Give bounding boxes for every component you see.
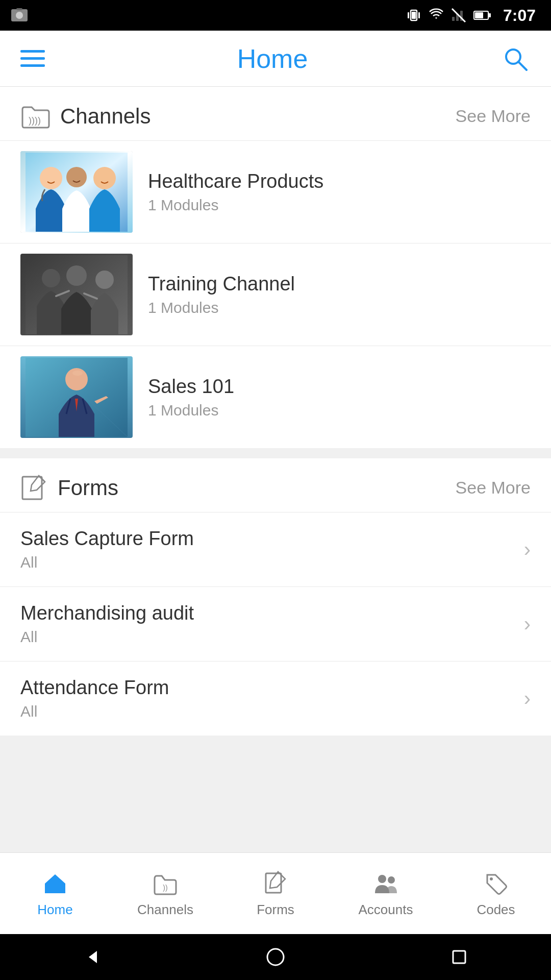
channel-item[interactable]: Sales 101 1 Modules <box>0 346 551 448</box>
chevron-right-icon: › <box>524 687 531 710</box>
photo-icon <box>10 6 29 24</box>
forms-icon <box>20 474 48 502</box>
svg-point-35 <box>378 875 386 883</box>
channels-see-more[interactable]: See More <box>456 106 531 126</box>
menu-button[interactable] <box>20 50 45 67</box>
svg-rect-2 <box>16 8 22 10</box>
channel-name: Healthcare Products <box>148 170 531 192</box>
svg-point-24 <box>95 271 114 289</box>
svg-point-39 <box>267 949 284 965</box>
search-icon <box>502 45 529 72</box>
form-item[interactable]: Sales Capture Form All › <box>0 512 551 586</box>
channel-item[interactable]: Training Channel 1 Modules <box>0 243 551 346</box>
channel-modules: 1 Modules <box>148 197 531 214</box>
form-item[interactable]: Merchandising audit All › <box>0 586 551 661</box>
sales-illustration <box>26 358 128 437</box>
app-title: Home <box>237 43 308 74</box>
chevron-right-icon: › <box>524 612 531 635</box>
status-bar: 7:07 <box>0 0 551 31</box>
svg-text:)): )) <box>163 884 167 892</box>
form-sub: All <box>20 628 194 646</box>
forms-see-more[interactable]: See More <box>456 478 531 498</box>
training-illustration <box>26 255 128 334</box>
forms-header: Forms See More <box>0 458 551 512</box>
recent-button[interactable] <box>449 947 469 967</box>
svg-marker-38 <box>89 951 97 963</box>
channels-section: )))) Channels See More <box>0 87 551 448</box>
svg-point-22 <box>42 269 60 287</box>
channels-title: Channels <box>60 104 151 129</box>
forms-header-left: Forms <box>20 474 118 502</box>
home-icon <box>41 869 69 898</box>
nav-accounts-label: Accounts <box>359 902 413 918</box>
nav-forms-label: Forms <box>257 902 294 918</box>
svg-point-36 <box>388 876 395 884</box>
nav-channels[interactable]: )) Channels <box>110 853 220 934</box>
svg-rect-34 <box>266 873 281 893</box>
home-button[interactable] <box>265 947 286 967</box>
form-name: Merchandising audit <box>20 602 194 624</box>
channel-name: Sales 101 <box>148 376 531 398</box>
system-nav <box>0 934 551 980</box>
vibrate-icon <box>406 8 421 23</box>
battery-icon <box>473 8 492 23</box>
codes-nav-icon <box>482 869 510 898</box>
form-sub: All <box>20 703 169 720</box>
svg-rect-12 <box>475 12 483 18</box>
nav-accounts[interactable]: Accounts <box>331 853 441 934</box>
svg-rect-4 <box>412 12 416 19</box>
channel-modules: 1 Modules <box>148 299 531 316</box>
channel-thumb-training <box>20 254 133 335</box>
forms-title: Forms <box>58 476 118 500</box>
channels-header: )))) Channels See More <box>0 87 551 140</box>
channel-item[interactable]: Healthcare Products 1 Modules <box>0 140 551 243</box>
main-content: )))) Channels See More <box>0 87 551 898</box>
svg-point-18 <box>40 167 62 189</box>
channel-modules: 1 Modules <box>148 402 531 419</box>
accounts-nav-icon <box>371 869 400 898</box>
form-sub: All <box>20 554 194 571</box>
nav-home-label: Home <box>37 902 72 918</box>
forms-section: Forms See More Sales Capture Form All › … <box>0 458 551 736</box>
channels-nav-icon: )) <box>151 869 180 898</box>
svg-rect-7 <box>452 17 455 21</box>
channel-thumb-sales <box>20 356 133 438</box>
channel-info: Healthcare Products 1 Modules <box>148 170 531 214</box>
healthcare-illustration <box>26 153 128 232</box>
chevron-right-icon: › <box>524 538 531 561</box>
app-bar: Home <box>0 31 551 87</box>
svg-rect-13 <box>488 13 491 17</box>
svg-rect-32 <box>52 887 59 893</box>
nav-codes[interactable]: Codes <box>441 853 551 934</box>
channel-info: Training Channel 1 Modules <box>148 273 531 316</box>
bottom-nav: Home )) Channels Forms <box>0 852 551 934</box>
form-item[interactable]: Attendance Form All › <box>0 661 551 736</box>
wifi-icon <box>429 8 444 23</box>
search-button[interactable] <box>500 43 531 74</box>
svg-line-15 <box>518 62 527 70</box>
nav-channels-label: Channels <box>137 902 193 918</box>
nav-forms[interactable]: Forms <box>220 853 331 934</box>
svg-point-20 <box>93 167 116 189</box>
svg-rect-6 <box>418 12 420 18</box>
svg-point-27 <box>72 371 83 376</box>
channels-icon: )))) <box>20 102 51 130</box>
channel-name: Training Channel <box>148 273 531 295</box>
channel-thumb-healthcare <box>20 151 133 233</box>
form-name: Sales Capture Form <box>20 528 194 550</box>
nav-home[interactable]: Home <box>0 853 110 934</box>
form-name: Attendance Form <box>20 677 169 699</box>
channel-info: Sales 101 1 Modules <box>148 376 531 419</box>
svg-point-23 <box>66 265 87 286</box>
svg-point-37 <box>490 877 493 880</box>
channels-header-left: )))) Channels <box>20 102 151 130</box>
forms-nav-icon <box>261 869 290 898</box>
status-icons: 7:07 <box>406 6 536 25</box>
back-button[interactable] <box>82 947 102 967</box>
status-time: 7:07 <box>503 6 536 25</box>
svg-rect-40 <box>453 951 465 963</box>
svg-text:)))): )))) <box>29 115 41 126</box>
signal-off-icon <box>451 8 466 23</box>
svg-point-1 <box>16 12 23 19</box>
nav-codes-label: Codes <box>477 902 515 918</box>
